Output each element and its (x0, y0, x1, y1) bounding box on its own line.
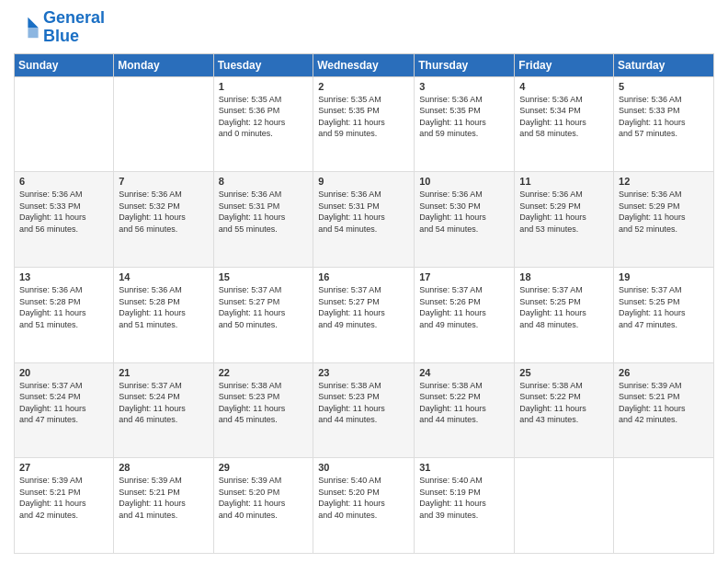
day-detail: Sunrise: 5:40 AM Sunset: 5:20 PM Dayligh… (318, 475, 409, 521)
svg-marker-0 (28, 17, 38, 28)
day-detail: Sunrise: 5:37 AM Sunset: 5:24 PM Dayligh… (119, 380, 208, 426)
week-row-1: 1Sunrise: 5:35 AM Sunset: 5:36 PM Daylig… (15, 76, 714, 172)
day-detail: Sunrise: 5:39 AM Sunset: 5:21 PM Dayligh… (19, 475, 108, 521)
logo-text: General Blue (43, 9, 105, 46)
day-detail: Sunrise: 5:40 AM Sunset: 5:19 PM Dayligh… (419, 475, 509, 521)
day-number: 30 (318, 462, 409, 473)
col-header-wednesday: Wednesday (313, 53, 415, 76)
day-number: 15 (219, 271, 309, 282)
day-cell: 18Sunrise: 5:37 AM Sunset: 5:25 PM Dayli… (515, 267, 614, 362)
calendar-table: SundayMondayTuesdayWednesdayThursdayFrid… (14, 53, 714, 554)
day-number: 7 (119, 176, 208, 187)
day-detail: Sunrise: 5:36 AM Sunset: 5:35 PM Dayligh… (419, 94, 509, 140)
day-detail: Sunrise: 5:39 AM Sunset: 5:21 PM Dayligh… (119, 475, 208, 521)
day-number: 19 (619, 271, 709, 282)
day-number: 12 (619, 176, 709, 187)
day-number: 27 (19, 462, 108, 473)
logo: General Blue (14, 9, 105, 46)
day-number: 5 (619, 81, 709, 92)
day-cell: 30Sunrise: 5:40 AM Sunset: 5:20 PM Dayli… (313, 458, 415, 554)
day-cell: 16Sunrise: 5:37 AM Sunset: 5:27 PM Dayli… (313, 267, 415, 362)
day-number: 20 (19, 367, 108, 378)
day-cell: 12Sunrise: 5:36 AM Sunset: 5:29 PM Dayli… (614, 172, 714, 268)
day-number: 18 (519, 271, 609, 282)
week-row-5: 27Sunrise: 5:39 AM Sunset: 5:21 PM Dayli… (15, 458, 714, 554)
col-header-thursday: Thursday (415, 53, 515, 76)
day-detail: Sunrise: 5:36 AM Sunset: 5:32 PM Dayligh… (119, 189, 208, 235)
day-cell: 9Sunrise: 5:36 AM Sunset: 5:31 PM Daylig… (313, 172, 415, 268)
day-detail: Sunrise: 5:36 AM Sunset: 5:29 PM Dayligh… (519, 189, 609, 235)
day-number: 8 (219, 176, 309, 187)
day-detail: Sunrise: 5:37 AM Sunset: 5:25 PM Dayligh… (619, 284, 709, 330)
logo-icon (14, 15, 40, 40)
week-row-4: 20Sunrise: 5:37 AM Sunset: 5:24 PM Dayli… (15, 362, 714, 458)
day-number: 26 (619, 367, 709, 378)
day-number: 10 (419, 176, 509, 187)
header: General Blue (14, 9, 714, 46)
day-number: 1 (219, 81, 309, 92)
day-cell: 8Sunrise: 5:36 AM Sunset: 5:31 PM Daylig… (213, 172, 313, 268)
day-cell: 1Sunrise: 5:35 AM Sunset: 5:36 PM Daylig… (213, 76, 313, 172)
day-cell: 17Sunrise: 5:37 AM Sunset: 5:26 PM Dayli… (415, 267, 515, 362)
day-cell: 4Sunrise: 5:36 AM Sunset: 5:34 PM Daylig… (515, 76, 614, 172)
day-cell: 28Sunrise: 5:39 AM Sunset: 5:21 PM Dayli… (114, 458, 213, 554)
day-number: 16 (318, 271, 409, 282)
day-number: 9 (318, 176, 409, 187)
day-number: 13 (19, 271, 108, 282)
week-row-3: 13Sunrise: 5:36 AM Sunset: 5:28 PM Dayli… (15, 267, 714, 362)
day-detail: Sunrise: 5:36 AM Sunset: 5:31 PM Dayligh… (318, 189, 409, 235)
day-cell: 27Sunrise: 5:39 AM Sunset: 5:21 PM Dayli… (15, 458, 114, 554)
header-row: SundayMondayTuesdayWednesdayThursdayFrid… (15, 53, 714, 76)
week-row-2: 6Sunrise: 5:36 AM Sunset: 5:33 PM Daylig… (15, 172, 714, 268)
day-detail: Sunrise: 5:36 AM Sunset: 5:33 PM Dayligh… (619, 94, 709, 140)
day-cell: 26Sunrise: 5:39 AM Sunset: 5:21 PM Dayli… (614, 362, 714, 458)
day-number: 24 (419, 367, 509, 378)
day-cell: 14Sunrise: 5:36 AM Sunset: 5:28 PM Dayli… (114, 267, 213, 362)
day-number: 21 (119, 367, 208, 378)
day-detail: Sunrise: 5:36 AM Sunset: 5:33 PM Dayligh… (19, 189, 108, 235)
day-cell: 11Sunrise: 5:36 AM Sunset: 5:29 PM Dayli… (515, 172, 614, 268)
day-detail: Sunrise: 5:35 AM Sunset: 5:36 PM Dayligh… (219, 94, 309, 140)
day-cell: 7Sunrise: 5:36 AM Sunset: 5:32 PM Daylig… (114, 172, 213, 268)
day-number: 23 (318, 367, 409, 378)
day-number: 11 (519, 176, 609, 187)
day-detail: Sunrise: 5:36 AM Sunset: 5:30 PM Dayligh… (419, 189, 509, 235)
day-detail: Sunrise: 5:36 AM Sunset: 5:29 PM Dayligh… (619, 189, 709, 235)
day-detail: Sunrise: 5:36 AM Sunset: 5:34 PM Dayligh… (519, 94, 609, 140)
day-detail: Sunrise: 5:36 AM Sunset: 5:28 PM Dayligh… (19, 284, 108, 330)
day-cell: 6Sunrise: 5:36 AM Sunset: 5:33 PM Daylig… (15, 172, 114, 268)
day-cell: 20Sunrise: 5:37 AM Sunset: 5:24 PM Dayli… (15, 362, 114, 458)
day-number: 31 (419, 462, 509, 473)
day-number: 6 (19, 176, 108, 187)
day-number: 3 (419, 81, 509, 92)
day-number: 29 (219, 462, 309, 473)
day-detail: Sunrise: 5:38 AM Sunset: 5:23 PM Dayligh… (219, 380, 309, 426)
day-cell (614, 458, 714, 554)
day-number: 2 (318, 81, 409, 92)
day-number: 25 (519, 367, 609, 378)
day-detail: Sunrise: 5:37 AM Sunset: 5:27 PM Dayligh… (318, 284, 409, 330)
day-detail: Sunrise: 5:39 AM Sunset: 5:21 PM Dayligh… (619, 380, 709, 426)
col-header-tuesday: Tuesday (213, 53, 313, 76)
day-cell: 29Sunrise: 5:39 AM Sunset: 5:20 PM Dayli… (213, 458, 313, 554)
day-cell: 3Sunrise: 5:36 AM Sunset: 5:35 PM Daylig… (415, 76, 515, 172)
col-header-friday: Friday (515, 53, 614, 76)
day-cell: 5Sunrise: 5:36 AM Sunset: 5:33 PM Daylig… (614, 76, 714, 172)
day-cell (515, 458, 614, 554)
day-cell: 21Sunrise: 5:37 AM Sunset: 5:24 PM Dayli… (114, 362, 213, 458)
day-cell: 24Sunrise: 5:38 AM Sunset: 5:22 PM Dayli… (415, 362, 515, 458)
day-detail: Sunrise: 5:37 AM Sunset: 5:26 PM Dayligh… (419, 284, 509, 330)
day-cell: 10Sunrise: 5:36 AM Sunset: 5:30 PM Dayli… (415, 172, 515, 268)
day-detail: Sunrise: 5:37 AM Sunset: 5:25 PM Dayligh… (519, 284, 609, 330)
day-cell: 31Sunrise: 5:40 AM Sunset: 5:19 PM Dayli… (415, 458, 515, 554)
day-cell: 23Sunrise: 5:38 AM Sunset: 5:23 PM Dayli… (313, 362, 415, 458)
day-cell: 19Sunrise: 5:37 AM Sunset: 5:25 PM Dayli… (614, 267, 714, 362)
day-detail: Sunrise: 5:37 AM Sunset: 5:27 PM Dayligh… (219, 284, 309, 330)
col-header-saturday: Saturday (614, 53, 714, 76)
col-header-monday: Monday (114, 53, 213, 76)
day-number: 22 (219, 367, 309, 378)
day-cell: 13Sunrise: 5:36 AM Sunset: 5:28 PM Dayli… (15, 267, 114, 362)
day-cell: 2Sunrise: 5:35 AM Sunset: 5:35 PM Daylig… (313, 76, 415, 172)
day-detail: Sunrise: 5:36 AM Sunset: 5:31 PM Dayligh… (219, 189, 309, 235)
day-detail: Sunrise: 5:38 AM Sunset: 5:23 PM Dayligh… (318, 380, 409, 426)
